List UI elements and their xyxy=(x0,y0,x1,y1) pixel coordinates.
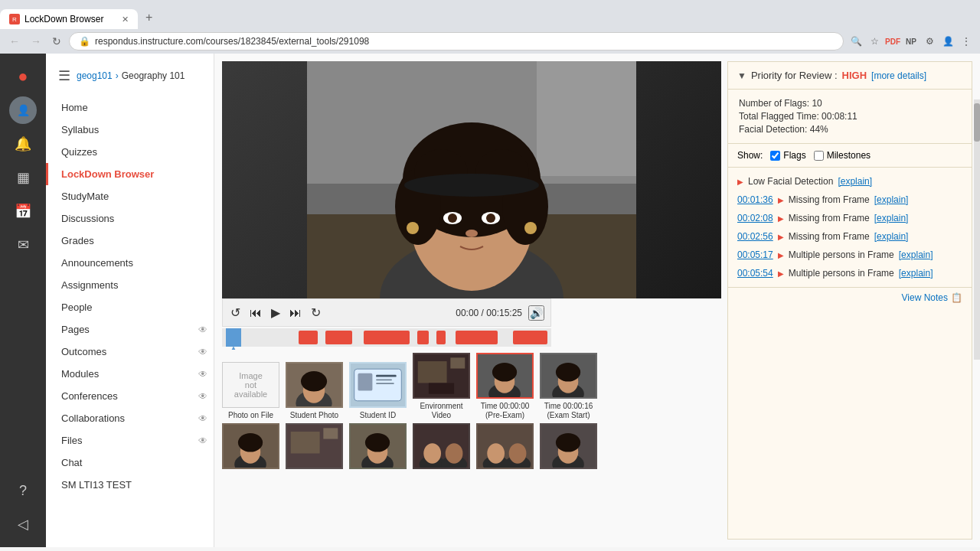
flags-checkbox-label[interactable]: Flags xyxy=(770,150,805,161)
canvas-logo[interactable]: ● xyxy=(8,61,38,92)
rewind-button[interactable]: ↺ xyxy=(229,304,242,321)
sidebar-item-files[interactable]: Files👁 xyxy=(46,429,214,452)
gnav-calendar[interactable]: 📅 xyxy=(8,196,38,227)
thumb-row2-3[interactable] xyxy=(349,423,407,469)
play-button[interactable]: ▶ xyxy=(270,304,282,321)
menu-icon[interactable]: ⋮ xyxy=(959,34,974,49)
thumb-row2-5[interactable] xyxy=(476,423,534,469)
view-notes[interactable]: View Notes 📋 xyxy=(728,287,972,308)
new-tab-button[interactable]: + xyxy=(138,6,160,29)
timeline-thumb[interactable] xyxy=(226,328,241,347)
gnav-account[interactable]: 👤 xyxy=(8,95,38,126)
conferences-eye-icon[interactable]: 👁 xyxy=(192,391,214,402)
panel-toggle-button[interactable]: ▼ xyxy=(737,70,746,81)
volume-button[interactable]: 🔊 xyxy=(528,305,544,321)
breadcrumb-course[interactable]: geog101 xyxy=(77,70,113,81)
active-tab[interactable]: R LockDown Browser ✕ xyxy=(0,9,138,29)
flags-checkbox[interactable] xyxy=(770,151,780,161)
flag-time-5[interactable]: 00:05:17 xyxy=(737,249,773,260)
sidebar-item-syllabus[interactable]: Syllabus xyxy=(46,119,214,141)
thumb-row2-2[interactable] xyxy=(286,423,343,469)
back-button[interactable]: ← xyxy=(6,34,23,49)
thumb-photo-on-file[interactable]: Imagenotavailable Photo on File xyxy=(222,362,279,420)
tab-title: LockDown Browser xyxy=(24,14,103,24)
tab-close-icon[interactable]: ✕ xyxy=(122,15,129,24)
thumb-student-id[interactable]: Student ID xyxy=(349,362,407,420)
sidebar-item-studymate[interactable]: StudyMate xyxy=(46,185,214,207)
flag-segment-6 xyxy=(456,331,498,344)
gnav-inbox[interactable]: ✉ xyxy=(8,230,38,260)
sidebar-item-collaborations[interactable]: Collaborations👁 xyxy=(46,407,214,429)
profile-icon[interactable]: 👤 xyxy=(940,34,956,49)
svg-rect-28 xyxy=(376,375,397,377)
sidebar-item-outcomes[interactable]: Outcomes👁 xyxy=(46,341,214,363)
url-bar[interactable]: 🔒 respondus.instructure.com/courses/1823… xyxy=(69,32,844,51)
flag-time-2[interactable]: 00:01:36 xyxy=(737,194,773,205)
sidebar-item-people[interactable]: People xyxy=(46,296,214,318)
sidebar-item-home[interactable]: Home xyxy=(46,96,214,119)
reload-button[interactable]: ↻ xyxy=(49,34,64,49)
sidebar-item-lockdown[interactable]: LockDown Browser xyxy=(46,163,214,185)
thumb-row2-6[interactable] xyxy=(540,423,597,469)
flag-dot-3: ▶ xyxy=(778,214,784,223)
sidebar-item-modules[interactable]: Modules👁 xyxy=(46,363,214,385)
more-details-link[interactable]: [more details] xyxy=(871,70,926,81)
collaborations-eye-icon[interactable]: 👁 xyxy=(192,413,214,424)
panel-stats: Number of Flags: 10 Total Flagged Time: … xyxy=(728,90,972,144)
pages-eye-icon[interactable]: 👁 xyxy=(192,324,214,335)
thumb-environment-video[interactable]: EnvironmentVideo xyxy=(413,353,470,420)
next-button[interactable]: ⏭ xyxy=(288,305,303,321)
milestones-checkbox[interactable] xyxy=(814,151,824,161)
flag-segment-4 xyxy=(417,331,429,344)
total-time: 00:15:25 xyxy=(486,308,522,318)
sidebar-item-sm-lti13[interactable]: SM LTI13 TEST xyxy=(46,474,214,496)
flags-list: ▶ Low Facial Detection [explain] 00:01:3… xyxy=(728,168,972,287)
flag-explain-3[interactable]: [explain] xyxy=(874,213,909,223)
forward-button[interactable]: ↻ xyxy=(309,304,322,321)
files-eye-icon[interactable]: 👁 xyxy=(192,435,214,446)
outcomes-eye-icon[interactable]: 👁 xyxy=(192,347,214,357)
time-display: 00:00 / 00:15:25 xyxy=(456,308,522,318)
sidebar-item-assignments[interactable]: Assignments xyxy=(46,274,214,296)
thumb-time-exam-start[interactable]: Time 00:00:16(Exam Start) xyxy=(540,353,597,420)
extensions-icon[interactable]: ⚙ xyxy=(922,34,937,49)
facial-detection-value: 44% xyxy=(810,124,828,135)
sidebar-item-discussions[interactable]: Discussions xyxy=(46,207,214,230)
flag-time-6[interactable]: 00:05:54 xyxy=(737,268,773,279)
gnav-collapse[interactable]: ◁ xyxy=(8,509,38,540)
flag-explain-5[interactable]: [explain] xyxy=(899,249,933,260)
flag-dot-5: ▶ xyxy=(778,251,784,259)
thumb-label-time-exam-start: Time 00:00:16(Exam Start) xyxy=(544,402,593,420)
modules-eye-icon[interactable]: 👁 xyxy=(192,369,214,380)
thumb-time-pre-exam[interactable]: Time 00:00:00(Pre-Exam) xyxy=(476,353,534,420)
timeline[interactable] xyxy=(222,328,551,347)
flag-item-4: 00:02:56 ▶ Missing from Frame [explain] xyxy=(728,227,972,246)
gnav-courses[interactable]: ▦ xyxy=(8,162,38,193)
flag-time-4[interactable]: 00:02:56 xyxy=(737,231,773,242)
flag-explain-2[interactable]: [explain] xyxy=(874,194,909,205)
sidebar-item-chat[interactable]: Chat xyxy=(46,452,214,474)
prev-button[interactable]: ⏮ xyxy=(248,305,263,321)
pdf-icon[interactable]: PDF xyxy=(885,34,900,49)
flag-explain-1[interactable]: [explain] xyxy=(838,176,872,187)
flag-time-3[interactable]: 00:02:08 xyxy=(737,213,773,223)
thumb-row2-1[interactable] xyxy=(222,423,279,469)
sidebar-item-conferences[interactable]: Conferences👁 xyxy=(46,385,214,407)
gnav-help[interactable]: ? xyxy=(8,475,38,506)
sidebar-item-pages[interactable]: Pages👁 xyxy=(46,318,214,341)
sidebar-item-announcements[interactable]: Announcements xyxy=(46,252,214,274)
hamburger-button[interactable]: ☰ xyxy=(58,67,70,84)
flag-explain-4[interactable]: [explain] xyxy=(874,231,909,242)
thumb-student-photo[interactable]: Student Photo xyxy=(286,362,343,420)
flag-explain-6[interactable]: [explain] xyxy=(899,268,933,279)
current-time: 00:00 xyxy=(456,308,479,318)
gnav-notifications[interactable]: 🔔 xyxy=(8,129,38,159)
milestones-checkbox-label[interactable]: Milestones xyxy=(814,150,871,161)
thumb-row2-4[interactable] xyxy=(413,423,470,469)
np-icon[interactable]: NP xyxy=(903,34,919,49)
sidebar-item-quizzes[interactable]: Quizzes xyxy=(46,141,214,163)
star-icon[interactable]: ☆ xyxy=(867,34,882,49)
forward-button[interactable]: → xyxy=(28,34,44,49)
sidebar-item-grades[interactable]: Grades xyxy=(46,230,214,252)
search-icon[interactable]: 🔍 xyxy=(848,34,864,49)
